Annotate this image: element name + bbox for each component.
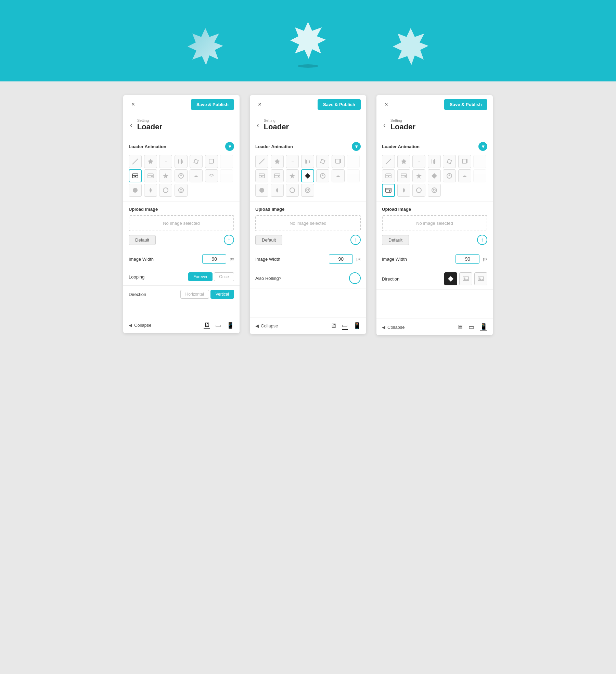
anim-cell-3-2[interactable]: ···	[412, 155, 425, 168]
back-button-2[interactable]: ‹	[255, 120, 260, 130]
anim-cell-1-12[interactable]	[205, 169, 218, 182]
anim-cell-3-14[interactable]	[382, 184, 395, 197]
anim-cell-3-16[interactable]	[412, 184, 425, 197]
save-publish-button-1[interactable]: Save & Publish	[191, 99, 234, 110]
direction-horizontal-btn-1[interactable]: Horizontal	[180, 290, 209, 299]
anim-cell-2-6[interactable]	[347, 155, 360, 168]
collapse-btn-1[interactable]: ◀ Collapse	[129, 323, 152, 328]
collapse-btn-2[interactable]: ◀ Collapse	[255, 323, 278, 328]
direction-img2-icon-3[interactable]	[474, 272, 487, 285]
collapse-btn-3[interactable]: ◀ Collapse	[382, 325, 405, 330]
looping-forever-btn-1[interactable]: Forever	[188, 272, 213, 281]
chevron-icon-1[interactable]: ▾	[225, 142, 234, 151]
anim-cell-3-17[interactable]	[428, 184, 441, 197]
tablet-icon-2[interactable]: ▭	[342, 322, 348, 330]
anim-cell-2-7[interactable]	[255, 169, 268, 182]
anim-cell-1-4[interactable]	[190, 155, 203, 168]
anim-cell-1-9[interactable]	[159, 169, 172, 182]
anim-cell-1-17[interactable]	[175, 184, 188, 197]
mobile-icon-1[interactable]: 📱	[227, 322, 234, 329]
close-button-2[interactable]: ×	[255, 100, 264, 109]
anim-cell-2-13[interactable]	[347, 169, 360, 182]
direction-img1-icon-3[interactable]	[459, 272, 472, 285]
image-width-input-3[interactable]	[455, 254, 479, 264]
chevron-icon-2[interactable]: ▾	[352, 142, 361, 151]
anim-cell-2-9[interactable]	[286, 169, 299, 182]
anim-cell-3-9[interactable]	[412, 169, 425, 182]
anim-cell-2-0[interactable]	[255, 155, 268, 168]
svg-rect-9	[194, 159, 198, 164]
anim-cell-3-11[interactable]	[443, 169, 456, 182]
anim-cell-2-1[interactable]	[271, 155, 284, 168]
anim-cell-2-10[interactable]	[301, 169, 314, 182]
anim-cell-1-11[interactable]	[190, 169, 203, 182]
upload-arrow-2[interactable]: ↑	[350, 235, 361, 245]
mobile-icon-3[interactable]: 📱	[480, 323, 487, 331]
anim-cell-1-8[interactable]	[144, 169, 157, 182]
anim-cell-3-15[interactable]	[397, 184, 410, 197]
anim-cell-2-3[interactable]	[301, 155, 314, 168]
back-button-3[interactable]: ‹	[382, 120, 387, 130]
anim-cell-3-6[interactable]	[473, 155, 486, 168]
back-button-1[interactable]: ‹	[129, 120, 134, 130]
mobile-icon-2[interactable]: 📱	[353, 322, 361, 329]
direction-vertical-btn-1[interactable]: Vertical	[210, 290, 234, 299]
anim-cell-2-4[interactable]	[316, 155, 329, 168]
anim-cell-3-0[interactable]	[382, 155, 395, 168]
anim-cell-1-7[interactable]	[129, 169, 142, 182]
anim-cell-3-8[interactable]	[397, 169, 410, 182]
anim-cell-2-17[interactable]	[301, 184, 314, 197]
image-width-input-1[interactable]	[202, 254, 226, 264]
direction-diamond-icon-3[interactable]	[444, 272, 457, 285]
image-width-input-2[interactable]	[329, 254, 353, 264]
tablet-icon-1[interactable]: ▭	[215, 322, 221, 329]
desktop-icon-1[interactable]: 🖥	[204, 321, 210, 329]
anim-cell-2-16[interactable]	[286, 184, 299, 197]
save-publish-button-2[interactable]: Save & Publish	[318, 99, 361, 110]
anim-cell-3-10[interactable]	[428, 169, 441, 182]
anim-cell-1-3[interactable]	[175, 155, 188, 168]
anim-cell-1-1[interactable]	[144, 155, 157, 168]
anim-cell-1-6[interactable]	[220, 155, 233, 168]
anim-cell-3-12[interactable]	[458, 169, 471, 182]
default-btn-3[interactable]: Default	[382, 235, 409, 245]
image-width-label-1: Image Width	[129, 257, 154, 262]
chevron-icon-3[interactable]: ▾	[478, 142, 487, 151]
no-image-box-3[interactable]: No image selected	[382, 215, 487, 231]
upload-arrow-1[interactable]: ↑	[224, 235, 234, 245]
anim-cell-2-14[interactable]	[255, 184, 268, 197]
save-publish-button-3[interactable]: Save & Publish	[444, 99, 487, 110]
desktop-icon-2[interactable]: 🖥	[330, 322, 336, 329]
rolling-toggle-2[interactable]	[349, 272, 361, 284]
anim-cell-1-5[interactable]	[205, 155, 218, 168]
no-image-box-1[interactable]: No image selected	[129, 215, 234, 231]
anim-cell-2-11[interactable]	[316, 169, 329, 182]
anim-cell-3-4[interactable]	[443, 155, 456, 168]
anim-cell-2-5[interactable]	[332, 155, 345, 168]
anim-cell-3-5[interactable]	[458, 155, 471, 168]
anim-cell-2-15[interactable]	[271, 184, 284, 197]
upload-arrow-3[interactable]: ↑	[477, 235, 487, 245]
tablet-icon-3[interactable]: ▭	[469, 323, 474, 331]
anim-cell-1-10[interactable]	[175, 169, 188, 182]
anim-cell-2-2[interactable]: ···	[286, 155, 299, 168]
close-button-3[interactable]: ×	[382, 100, 391, 109]
desktop-icon-3[interactable]: 🖥	[457, 324, 463, 331]
anim-cell-1-15[interactable]	[144, 184, 157, 197]
anim-cell-1-2[interactable]: ···	[159, 155, 172, 168]
anim-cell-3-13[interactable]	[473, 169, 486, 182]
looping-once-btn-1[interactable]: Once	[214, 272, 234, 281]
anim-cell-1-0[interactable]	[129, 155, 142, 168]
default-btn-2[interactable]: Default	[255, 235, 282, 245]
anim-cell-1-16[interactable]	[159, 184, 172, 197]
anim-cell-1-14[interactable]	[129, 184, 142, 197]
anim-cell-2-12[interactable]	[332, 169, 345, 182]
no-image-box-2[interactable]: No image selected	[255, 215, 361, 231]
anim-cell-1-13[interactable]	[220, 169, 233, 182]
anim-cell-3-3[interactable]	[428, 155, 441, 168]
anim-cell-2-8[interactable]	[271, 169, 284, 182]
close-button-1[interactable]: ×	[129, 100, 138, 109]
anim-cell-3-1[interactable]	[397, 155, 410, 168]
default-btn-1[interactable]: Default	[129, 235, 156, 245]
anim-cell-3-7[interactable]	[382, 169, 395, 182]
